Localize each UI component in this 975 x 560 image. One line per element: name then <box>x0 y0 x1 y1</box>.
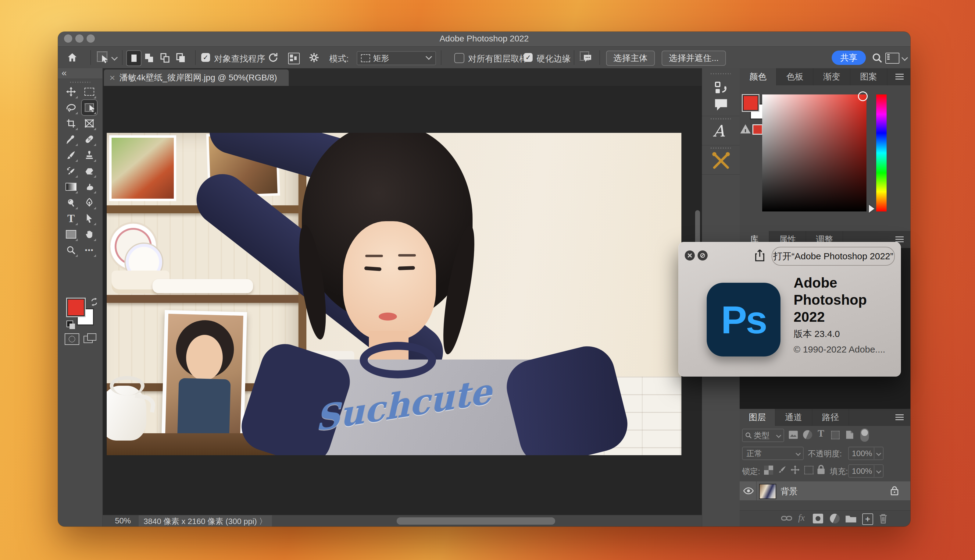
select-and-mask-button[interactable]: 选择并遮住... <box>661 50 726 66</box>
layers-panel-menu-icon[interactable] <box>895 414 904 420</box>
zoom-level[interactable]: 50% <box>115 516 131 525</box>
tab-swatches[interactable]: 色板 <box>776 68 813 85</box>
layer-filter-dropdown[interactable]: 类型 <box>742 429 784 442</box>
rectangle-tool[interactable] <box>63 227 78 242</box>
workspace-button[interactable] <box>885 53 899 64</box>
filter-type-layers-icon[interactable]: T <box>818 428 824 439</box>
collapse-tools-button[interactable]: « <box>62 68 67 78</box>
screen-mode-button[interactable] <box>83 333 97 344</box>
link-layers-icon[interactable] <box>781 514 792 522</box>
selection-mode-add-button[interactable] <box>142 51 156 65</box>
layer-visibility-eye-icon[interactable] <box>743 487 754 495</box>
lock-all-icon[interactable] <box>816 464 826 475</box>
zoom-tool[interactable] <box>63 243 78 258</box>
selection-mode-subtract-button[interactable] <box>158 51 172 65</box>
tab-paths[interactable]: 路径 <box>812 409 849 426</box>
feedback-button[interactable] <box>580 52 593 64</box>
filter-pixel-layers-icon[interactable] <box>788 430 798 439</box>
history-panel-button[interactable] <box>714 80 728 95</box>
picker-marker[interactable] <box>858 92 868 101</box>
select-subject-button[interactable]: 选择主体 <box>606 50 655 66</box>
filter-shape-layers-icon[interactable] <box>831 431 840 439</box>
selection-mode-new-button[interactable] <box>126 50 142 66</box>
filter-smart-objects-icon[interactable] <box>845 430 854 440</box>
default-colors-icon[interactable] <box>67 320 76 330</box>
popup-block-button[interactable] <box>698 250 708 260</box>
lock-artboard-icon[interactable] <box>804 466 813 474</box>
workspace-chevron-icon[interactable] <box>902 55 908 61</box>
type-tool[interactable]: T <box>63 211 78 226</box>
library-panel-menu-icon[interactable] <box>895 237 904 243</box>
color-panel-menu-icon[interactable] <box>895 74 904 80</box>
tab-gradients[interactable]: 渐变 <box>813 68 850 85</box>
frame-tool[interactable] <box>82 116 97 131</box>
sample-all-layers-checkbox[interactable] <box>454 53 464 63</box>
foreground-color-swatch[interactable] <box>67 298 85 316</box>
object-selection-tool[interactable] <box>82 100 97 115</box>
filter-toggle[interactable] <box>860 428 869 442</box>
layer-lock-icon[interactable] <box>890 486 899 495</box>
gamut-warning-swatch[interactable] <box>753 124 763 135</box>
crop-tool[interactable] <box>63 116 78 131</box>
layer-thumbnail[interactable] <box>759 484 776 499</box>
tool-preset-chevron-icon[interactable] <box>111 54 118 61</box>
layer-style-fx-button[interactable]: fx <box>798 512 805 523</box>
add-mask-button[interactable] <box>813 514 823 523</box>
quick-mask-button[interactable] <box>65 333 79 345</box>
panel-foreground-swatch[interactable] <box>743 95 758 111</box>
selection-mode-intersect-button[interactable] <box>174 51 188 65</box>
refresh-button[interactable] <box>268 52 279 63</box>
new-layer-button[interactable]: + <box>862 513 873 525</box>
glyphs-panel-button[interactable]: A <box>713 122 725 140</box>
history-brush-tool[interactable] <box>63 163 78 178</box>
path-selection-tool[interactable] <box>82 211 97 226</box>
document-tab[interactable]: × 潘敏4k壁纸_彼岸图网.jpg @ 50%(RGB/8) <box>104 70 289 86</box>
popup-open-button[interactable]: 打开“Adobe Photoshop 2022” <box>771 247 895 266</box>
home-button[interactable] <box>67 52 78 63</box>
move-tool[interactable] <box>63 84 78 99</box>
harden-edge-checkbox[interactable]: ✓ <box>524 53 533 62</box>
layer-row-background[interactable]: 背景 <box>740 482 910 500</box>
object-finder-checkbox[interactable]: ✓ <box>201 53 210 62</box>
brush-tool[interactable] <box>63 147 78 163</box>
clone-stamp-tool[interactable] <box>82 147 97 163</box>
popup-share-icon[interactable] <box>755 248 765 262</box>
smudge-tool[interactable] <box>82 179 97 194</box>
fill-field[interactable]: 100% <box>848 464 883 478</box>
add-adjustment-button[interactable] <box>830 514 840 523</box>
new-group-button[interactable] <box>845 514 857 523</box>
healing-brush-tool[interactable] <box>82 132 97 147</box>
lock-transparency-icon[interactable] <box>764 465 773 475</box>
gradient-tool[interactable] <box>63 179 78 194</box>
hue-slider[interactable] <box>876 95 887 212</box>
tab-close-icon[interactable]: × <box>109 72 115 83</box>
popup-close-button[interactable] <box>685 250 695 260</box>
marquee-tool[interactable] <box>82 84 97 99</box>
pen-tool[interactable] <box>82 195 97 210</box>
lock-paint-icon[interactable] <box>778 465 787 475</box>
show-all-objects-button[interactable] <box>288 53 300 64</box>
current-tool-button[interactable] <box>97 52 110 64</box>
tab-patterns[interactable]: 图案 <box>850 68 887 85</box>
delete-layer-button[interactable] <box>879 513 888 524</box>
swap-colors-icon[interactable] <box>90 297 99 307</box>
lasso-tool[interactable] <box>63 100 78 115</box>
hand-tool[interactable] <box>82 227 97 242</box>
tab-channels[interactable]: 通道 <box>775 409 812 426</box>
search-button[interactable] <box>871 52 883 64</box>
canvas-horizontal-scrollbar[interactable] <box>397 517 555 525</box>
tab-color[interactable]: 颜色 <box>740 68 776 85</box>
tools-drag-handle[interactable] <box>70 82 90 83</box>
opacity-field[interactable]: 100% <box>848 447 883 460</box>
eraser-tool[interactable] <box>82 163 97 178</box>
document-dimensions[interactable]: 3840 像素 x 2160 像素 (300 ppi) 〉 <box>139 515 272 527</box>
eyedropper-tool[interactable] <box>63 132 78 147</box>
hue-slider-handle[interactable] <box>869 205 875 213</box>
blend-mode-dropdown[interactable]: 正常 <box>742 447 804 460</box>
comments-panel-button[interactable] <box>714 97 728 112</box>
share-button[interactable]: 共享 <box>832 50 866 65</box>
lock-position-icon[interactable] <box>790 465 800 475</box>
canvas-area[interactable]: Suchcute <box>103 86 702 515</box>
tab-layers[interactable]: 图层 <box>740 409 775 426</box>
edit-toolbar-button[interactable]: ••• <box>82 243 97 258</box>
